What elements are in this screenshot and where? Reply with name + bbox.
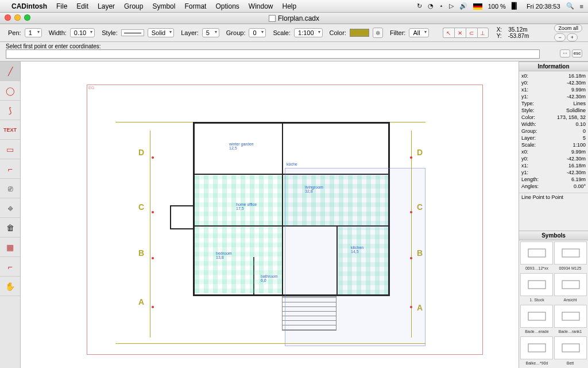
notifications-icon[interactable]: ≡	[580, 3, 583, 10]
sound-icon[interactable]: 🔊	[459, 2, 467, 10]
zoom-window[interactable]	[24, 14, 30, 21]
layer-select[interactable]: 5	[202, 28, 219, 37]
svg-rect-3	[562, 281, 579, 289]
style-label: Style:	[102, 29, 118, 36]
app-name[interactable]: CADintosh	[11, 2, 47, 10]
menu-options[interactable]: Options	[215, 2, 239, 10]
prompt-dots[interactable]: ⋯	[560, 49, 570, 57]
sync-icon[interactable]: ↻	[417, 2, 422, 10]
symbol-thumb[interactable]	[520, 305, 553, 328]
svg-rect-6	[528, 344, 546, 352]
menu-symbol[interactable]: Symbol	[152, 2, 175, 10]
volume-icon[interactable]: ▷	[449, 2, 454, 10]
svg-rect-2	[528, 281, 546, 289]
snap-tangent-icon[interactable]: ⊥	[477, 28, 489, 38]
window-titlebar[interactable]: Florplan.cadx	[0, 13, 588, 24]
symbol-thumb[interactable]	[520, 241, 553, 264]
color-swatch[interactable]	[350, 29, 369, 37]
close-window[interactable]	[5, 14, 11, 21]
tool-hatch[interactable]: ▦	[0, 237, 20, 257]
zoom-all-button[interactable]: Zoom all	[554, 24, 582, 32]
pen-select[interactable]: 1	[25, 28, 42, 37]
group-select[interactable]: 0	[249, 28, 266, 37]
dim-d-right: D	[417, 148, 423, 157]
marker	[152, 156, 154, 159]
stairs	[282, 296, 336, 331]
tool-circle[interactable]: ◯	[0, 81, 20, 101]
clock-icon[interactable]: ◔	[428, 2, 434, 10]
command-input[interactable]	[6, 49, 540, 59]
symbol-thumb[interactable]	[554, 241, 587, 264]
dim-a-left: A	[138, 297, 144, 306]
zoom-plus[interactable]: +	[567, 33, 578, 41]
menubar-clock[interactable]: Fri 20:38:53	[527, 3, 560, 10]
minimize-window[interactable]	[14, 14, 21, 21]
symbol-label: Ansicht	[554, 297, 587, 304]
tool-rect[interactable]: ▭	[0, 140, 20, 159]
symbol-thumb[interactable]	[554, 336, 587, 359]
info-row: Group:0	[521, 128, 586, 135]
symbol-thumb[interactable]	[554, 305, 587, 328]
snap-magnet-icon[interactable]: ⊂	[466, 28, 477, 38]
command-prompt-label: Select first point or enter coordinates:	[6, 43, 582, 49]
info-row: Width:0.10	[521, 121, 586, 128]
wifi-icon[interactable]: ⋆	[439, 2, 443, 10]
menu-format[interactable]: Format	[184, 2, 206, 10]
tool-corner[interactable]: ⌐	[0, 159, 20, 179]
symbol-thumb[interactable]	[554, 273, 587, 296]
scale-select[interactable]: 1:100	[294, 28, 323, 37]
style-select[interactable]: Solid	[148, 28, 174, 37]
tool-line[interactable]: ╱	[0, 62, 20, 81]
svg-rect-1	[562, 249, 579, 257]
info-footer: Line Point to Point	[519, 194, 563, 200]
zoom-minus[interactable]: −	[554, 33, 565, 41]
menu-group[interactable]: Group	[124, 2, 143, 10]
room-bedroom: bedroom 13,8	[216, 251, 232, 259]
tool-arc[interactable]: ⟆	[0, 101, 20, 120]
filter-select[interactable]: All	[409, 28, 428, 37]
symbol-label: Bett	[554, 361, 587, 367]
info-row: y1:-42.30m	[521, 93, 586, 100]
menu-edit[interactable]: Edit	[76, 2, 88, 10]
snap-arrow-icon[interactable]: ↖	[443, 28, 454, 38]
battery-icon[interactable]: ▉▏	[512, 2, 521, 10]
symbol-label: 1. Stock	[520, 297, 554, 304]
room-bathroom: bathroom 6,0	[261, 274, 278, 282]
menu-help[interactable]: Help	[283, 2, 297, 10]
info-panel: x0:16.18my0:-42.30mx1:9.99my1:-42.30mTyp…	[519, 71, 588, 191]
info-row: Color:173, 158, 32	[521, 114, 586, 121]
prompt-esc[interactable]: esc	[572, 49, 582, 57]
tool-split[interactable]: ⎆	[0, 198, 20, 218]
flag-icon[interactable]	[473, 2, 482, 10]
wall	[282, 122, 283, 294]
spotlight-icon[interactable]: 🔍	[566, 2, 574, 10]
scale-label: Scale:	[273, 29, 291, 36]
menu-file[interactable]: File	[56, 2, 67, 10]
tool-trash[interactable]: 🗑	[0, 218, 20, 237]
info-row: y0:-42.30m	[521, 155, 586, 162]
tool-text[interactable]: TEXT	[0, 120, 20, 140]
color-label: Color:	[330, 29, 346, 36]
menu-layer[interactable]: Layer	[98, 2, 115, 10]
settings-icon[interactable]: ✲	[373, 28, 383, 38]
menu-window[interactable]: Window	[249, 2, 273, 10]
snap-x-icon[interactable]: ✕	[454, 28, 466, 38]
drawing-canvas[interactable]: EG D C B A D C B A	[21, 62, 519, 368]
symbols-panel: 0093…12*xx00934 M1251. StockAnsichtBade……	[519, 240, 588, 368]
layer-label: Layer:	[181, 29, 199, 36]
symbol-label: Balke…*90d	[520, 361, 554, 367]
symbol-thumb[interactable]	[520, 336, 553, 359]
pen-label: Pen:	[8, 29, 21, 36]
battery[interactable]: 100 %	[488, 3, 506, 10]
symbol-thumb[interactable]	[520, 273, 553, 296]
info-row: Layer:5	[521, 135, 586, 141]
tool-pan[interactable]: ✋	[0, 277, 20, 296]
width-select[interactable]: 0.10	[70, 28, 95, 37]
info-row: y0:-42.30m	[521, 79, 586, 86]
tool-door[interactable]: ⎚	[0, 179, 20, 198]
hatch-bedroom	[195, 227, 282, 293]
tool-step[interactable]: ⌐	[0, 257, 20, 277]
svg-rect-5	[562, 312, 579, 320]
coord-x-label: X:	[497, 26, 502, 33]
svg-rect-7	[562, 344, 579, 352]
